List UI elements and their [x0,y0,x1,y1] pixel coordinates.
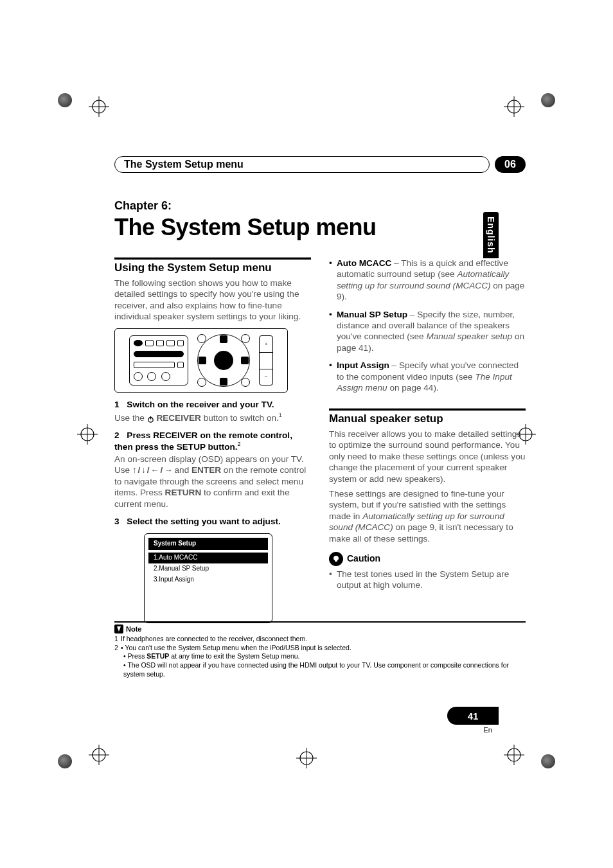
left-column: Using the System Setup menu The followin… [114,258,311,623]
footnotes: Note 1If headphones are connected to the… [114,621,526,678]
footnote-2b: • Press SETUP at any time to exit the Sy… [114,652,526,661]
caution-label: Caution [347,553,380,565]
crop-blob [58,93,72,107]
text: If headphones are connected to the recei… [121,635,307,642]
crop-blob [541,93,555,107]
footnote-2a: 2• You can't use the System Setup menu w… [114,644,526,653]
text: Use the [114,412,147,422]
osd-title: System Setup [148,538,268,550]
right-column: Auto MCACC – This is a quick and effecti… [329,258,526,623]
crop-blob [541,754,555,768]
step-2: 2 Press RECEIVER on the remote control, … [114,430,311,452]
step-text: Select the setting you want to adjust. [127,517,280,526]
list-item: Input Assign – Specify what you've conne… [329,360,526,393]
step-3: 3 Select the setting you want to adjust. [114,516,311,527]
list-item: Manual SP Setup – Specify the size, numb… [329,309,526,354]
caution-list: The test tones used in the System Setup … [329,569,526,591]
text-bold: RETURN [165,488,202,497]
page: The System Setup menu 06 English Chapter… [0,0,613,868]
chapter-title: The System Setup menu [114,214,526,241]
text: at any time to exit the System Setup men… [169,652,299,660]
options-list: Auto MCACC – This is a quick and effecti… [329,258,526,393]
running-title-text: The System Setup menu [124,159,244,170]
remote-volume: +− [259,335,273,385]
text: and [175,465,191,475]
step-number: 2 [114,430,120,441]
step-number: 1 [114,399,120,410]
running-header: The System Setup menu 06 [114,156,526,173]
option-name: Input Assign [337,360,389,370]
paragraph: These settings are designed to fine-tune… [329,488,526,544]
osd-item: 2.Manual SP Setup [148,563,268,574]
running-title: The System Setup menu [114,156,490,173]
footnote-1: 1If headphones are connected to the rece… [114,635,526,644]
text-bold: SETUP [147,652,169,660]
chapter-label: Chapter 6: [114,199,526,213]
text-bold: ENTER [191,465,221,475]
crop-blob [58,754,72,768]
section-heading: Manual speaker setup [329,412,526,426]
page-number: 41 [468,711,479,721]
section-heading: Using the System Setup menu [114,261,311,275]
list-item: The test tones used in the System Setup … [329,569,526,591]
remote-control-diagram: +− [114,328,288,393]
remote-dpad [197,334,250,387]
section-divider [114,258,311,260]
note-heading: Note [114,624,526,633]
page-number-badge: 41 En [447,707,499,725]
footnote-ref: 2 [238,441,241,447]
text: Press [128,652,147,660]
intro-paragraph: The following section shows you how to m… [114,278,311,323]
osd-item: 3.Input Assign [148,574,268,585]
text: button to switch on. [204,412,279,422]
text: on page 44). [389,383,438,393]
step-text: Switch on the receiver and your TV. [127,400,274,409]
step-text: Press RECEIVER on the remote control, th… [114,430,292,452]
chapter-number-badge: 06 [495,156,526,173]
osd-screen-figure: System Setup 1.Auto MCACC 2.Manual SP Se… [144,533,272,623]
power-icon [147,414,154,421]
footnote-ref: 1 [279,412,282,418]
caution-heading: Caution [329,552,526,566]
footnote-rule [114,621,526,623]
registration-mark-icon [77,424,98,445]
columns: Using the System Setup menu The followin… [114,258,526,623]
registration-mark-icon [296,748,317,768]
step-2-body: An on-screen display (OSD) appears on yo… [114,454,311,509]
footnote-2c: • The OSD will not appear if you have co… [114,661,526,678]
registration-mark-icon [89,745,109,765]
registration-mark-icon [504,745,524,765]
list-item: Auto MCACC – This is a quick and effecti… [329,258,526,303]
registration-mark-icon [89,96,109,117]
arrow-glyphs: ↑ / ↓ / ← / → [132,465,172,475]
registration-mark-icon [504,96,524,117]
osd-item-selected: 1.Auto MCACC [148,553,268,563]
paragraph: This receiver allows you to make detaile… [329,429,526,484]
remote-top-face [129,335,188,385]
note-label: Note [126,625,141,633]
osd-body: 1.Auto MCACC 2.Manual SP Setup 3.Input A… [148,553,268,619]
content-area: Chapter 6: The System Setup menu Using t… [114,199,526,623]
section-divider [329,409,526,411]
step-1: 1 Switch on the receiver and your TV. [114,399,311,410]
caution-icon [329,552,343,566]
step-1-body: Use the RECEIVER button to switch on.1 [114,412,311,423]
option-name: Manual SP Setup [337,310,407,319]
option-name: Auto MCACC [337,258,391,268]
step-number: 3 [114,516,120,527]
text: You can't use the System Setup menu when… [125,644,351,651]
text-bold: RECEIVER [156,412,201,422]
note-icon [114,624,123,633]
text: The OSD will not appear if you have conn… [123,661,509,678]
xref: Manual speaker setup [426,332,512,341]
page-lang-label: En [484,726,492,734]
